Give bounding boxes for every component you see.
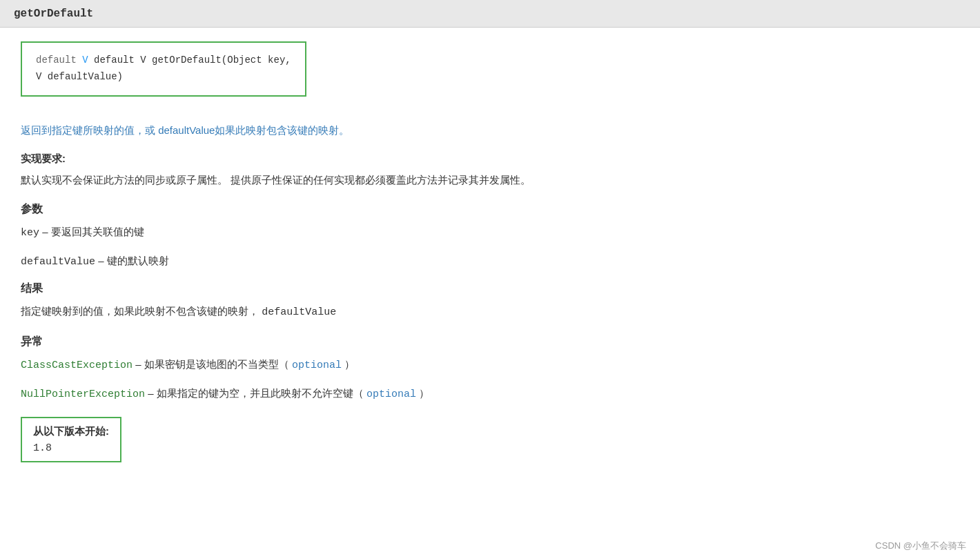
description-text: 返回到指定键所映射的值，或 defaultValue如果此映射包含该键的映射。 — [21, 122, 959, 139]
impl-req-label: 实现要求: — [21, 153, 959, 166]
param-defaultValue: defaultValue – 键的默认映射 — [21, 253, 959, 271]
impl-req-text: 默认实现不会保证此方法的同步或原子属性。 提供原子性保证的任何实现都必须覆盖此方… — [21, 171, 959, 189]
page-wrapper: getOrDefault default V default V getOrDe… — [0, 0, 980, 559]
header-bar: getOrDefault — [0, 0, 980, 28]
result-label: 结果 — [21, 282, 959, 296]
code-keyword-default: default — [36, 55, 82, 66]
code-signature-block: default V default V getOrDefault(Object … — [21, 41, 306, 97]
since-version: 1.8 — [33, 442, 109, 454]
footer-credit: CSDN @小鱼不会骑车 — [875, 540, 966, 552]
code-line1: default V default V getOrDefault(Object … — [36, 52, 291, 69]
code-line2: V defaultValue) — [36, 69, 291, 86]
result-text: 指定键映射到的值，如果此映射不包含该键的映射， defaultValue — [21, 303, 959, 321]
since-box: 从以下版本开始: 1.8 — [21, 417, 121, 462]
param-key: key – 要返回其关联值的键 — [21, 224, 959, 242]
exception-classcast: ClassCastException – 如果密钥是该地图的不当类型（ opti… — [21, 356, 959, 374]
exception-nullpointer: NullPointerException – 如果指定的键为空，并且此映射不允许… — [21, 385, 959, 403]
header-title: getOrDefault — [14, 8, 93, 20]
params-label: 参数 — [21, 202, 959, 217]
exceptions-label: 异常 — [21, 335, 959, 349]
main-content: default V default V getOrDefault(Object … — [0, 28, 980, 490]
since-label: 从以下版本开始: — [33, 425, 109, 438]
